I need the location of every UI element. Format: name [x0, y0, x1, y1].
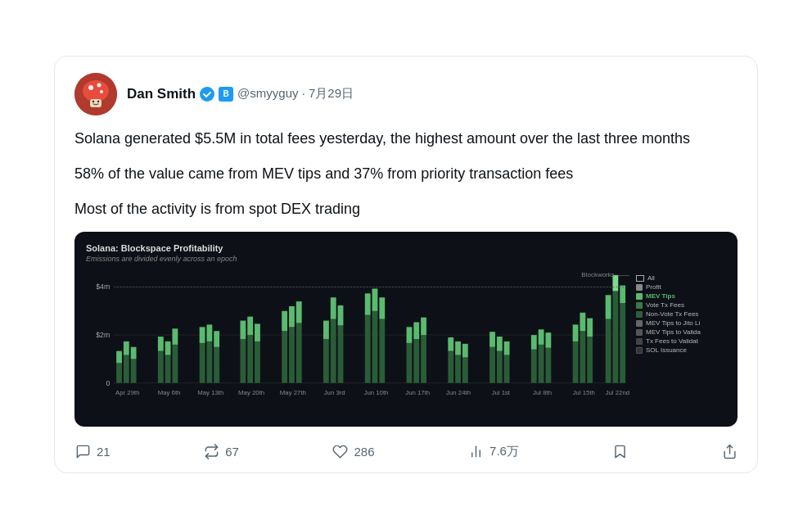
svg-rect-37	[255, 341, 260, 383]
svg-rect-76	[531, 335, 537, 350]
svg-rect-49	[338, 326, 344, 383]
svg-rect-68	[462, 344, 468, 358]
svg-rect-71	[497, 351, 503, 383]
svg-text:Jul 22nd: Jul 22nd	[606, 390, 629, 397]
svg-rect-54	[372, 289, 378, 311]
svg-text:May 27th: May 27th	[280, 390, 306, 397]
svg-text:Jun 10th: Jun 10th	[363, 390, 388, 397]
svg-rect-33	[240, 339, 246, 383]
svg-rect-62	[421, 318, 426, 335]
svg-rect-70	[489, 332, 495, 348]
svg-rect-81	[573, 341, 579, 383]
svg-rect-43	[296, 323, 302, 383]
avatar	[74, 73, 117, 115]
svg-text:Jun 3rd: Jun 3rd	[324, 390, 345, 397]
legend-item-vote-tx: Vote Tx Fees	[636, 301, 726, 309]
svg-text:Jun 24th: Jun 24th	[446, 390, 471, 397]
svg-text:Apr 29th: Apr 29th	[115, 390, 139, 397]
svg-rect-80	[545, 332, 551, 348]
svg-rect-91	[620, 303, 625, 383]
views-count: 7.6万	[489, 444, 519, 459]
svg-rect-20	[131, 347, 137, 359]
tweet-text-2: 58% of the value came from MEV tips and …	[74, 162, 738, 186]
legend-item-sol-issuance: SOL Issuance	[636, 346, 726, 354]
svg-rect-85	[587, 337, 593, 383]
svg-text:Jul 8th: Jul 8th	[533, 390, 552, 397]
svg-rect-47	[331, 319, 336, 383]
svg-rect-82	[573, 325, 579, 342]
svg-rect-56	[379, 298, 385, 319]
svg-rect-46	[323, 321, 329, 339]
svg-point-4	[100, 90, 103, 93]
svg-rect-32	[214, 332, 219, 348]
svg-rect-60	[413, 323, 419, 340]
legend-item-mev-valida: MEV Tips to Valida	[636, 328, 726, 336]
like-action[interactable]: 286	[332, 443, 374, 459]
svg-rect-19	[131, 359, 137, 383]
svg-rect-92	[620, 286, 625, 303]
svg-rect-84	[580, 313, 585, 331]
like-count: 286	[354, 445, 374, 459]
svg-text:$2m: $2m	[96, 331, 110, 339]
username-date: @smyyguy · 7月29日	[237, 86, 354, 102]
svg-text:May 6th: May 6th	[158, 390, 181, 397]
svg-point-7	[97, 101, 99, 102]
svg-rect-78	[539, 330, 544, 346]
svg-rect-52	[365, 294, 371, 315]
svg-rect-88	[606, 296, 611, 319]
svg-rect-74	[504, 341, 510, 355]
views-action[interactable]: 7.6万	[467, 443, 519, 459]
svg-rect-55	[379, 319, 385, 383]
bookmark-action[interactable]	[611, 443, 628, 459]
svg-rect-41	[289, 328, 295, 383]
svg-rect-39	[282, 332, 287, 383]
svg-point-2	[88, 85, 93, 90]
retweet-action[interactable]: 67	[203, 443, 239, 459]
svg-rect-73	[504, 355, 510, 383]
comment-action[interactable]: 21	[74, 443, 111, 459]
svg-rect-15	[116, 364, 122, 383]
chart-legend: All Profit MEV Tips Vote Tx Fees Non-Vot…	[636, 271, 726, 418]
svg-rect-51	[365, 315, 371, 383]
svg-point-1	[83, 80, 109, 102]
svg-rect-59	[413, 339, 419, 383]
svg-rect-75	[531, 350, 537, 383]
legend-item-all: All	[636, 274, 726, 282]
svg-rect-30	[206, 325, 212, 342]
svg-rect-65	[455, 355, 461, 383]
bookmark-icon	[611, 443, 628, 459]
svg-text:$4m: $4m	[96, 283, 110, 292]
svg-rect-27	[200, 343, 205, 383]
svg-rect-57	[407, 343, 413, 383]
tweet-actions: 21 67 286	[74, 440, 738, 459]
svg-text:May 20th: May 20th	[238, 390, 264, 397]
share-icon	[721, 443, 738, 459]
svg-rect-58	[407, 328, 413, 344]
svg-point-3	[97, 83, 102, 87]
chart-title: Solana: Blockspace Profitability	[86, 243, 726, 253]
legend-item-mev-tips: MEV Tips	[636, 292, 726, 300]
svg-rect-79	[545, 348, 551, 383]
svg-rect-66	[455, 341, 461, 355]
display-name: Dan Smith	[127, 86, 196, 102]
svg-rect-23	[165, 355, 171, 383]
svg-text:Jul 1st: Jul 1st	[492, 390, 511, 397]
svg-rect-50	[338, 305, 344, 325]
svg-rect-36	[247, 317, 253, 335]
like-icon	[332, 443, 348, 459]
svg-rect-44	[296, 301, 302, 323]
svg-rect-83	[580, 332, 585, 383]
svg-rect-77	[539, 345, 544, 383]
svg-rect-40	[282, 311, 287, 331]
share-action[interactable]	[721, 443, 738, 459]
blockworks-label: Blockworks ——	[581, 271, 629, 278]
svg-rect-21	[158, 351, 164, 383]
legend-item-mev-jito: MEV Tips to Jito Li	[636, 319, 726, 327]
svg-rect-17	[124, 355, 129, 383]
svg-rect-69	[489, 347, 495, 383]
svg-rect-18	[124, 341, 129, 355]
svg-rect-87	[606, 319, 611, 383]
chart-container: Solana: Blockspace Profitability Emissio…	[74, 232, 738, 427]
comment-count: 21	[97, 445, 111, 459]
chart-svg: $4m $2m 0	[86, 271, 629, 415]
